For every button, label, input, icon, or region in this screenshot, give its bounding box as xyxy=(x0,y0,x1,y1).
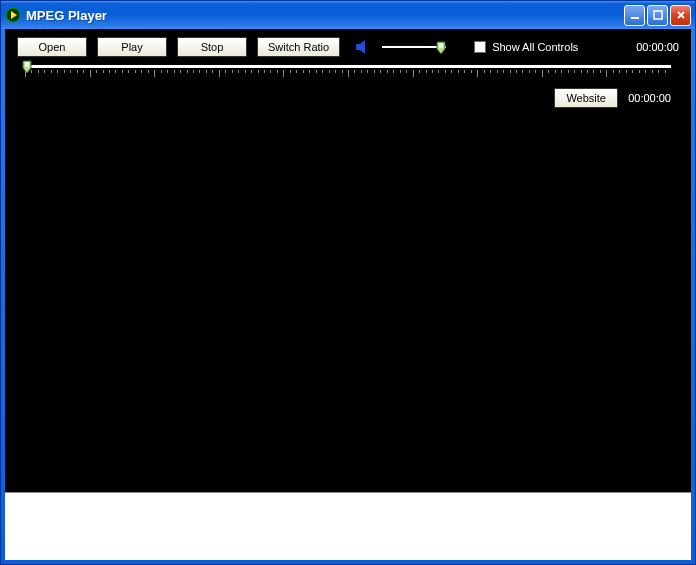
progress-ticks xyxy=(25,70,671,78)
toolbar: Open Play Stop Switch Ratio xyxy=(5,29,691,59)
client-area: Open Play Stop Switch Ratio xyxy=(5,29,691,560)
minimize-button[interactable] xyxy=(624,5,645,26)
maximize-button[interactable] xyxy=(647,5,668,26)
svg-rect-7 xyxy=(439,43,443,48)
svg-rect-8 xyxy=(25,62,29,67)
titlebar[interactable]: MPEG Player xyxy=(1,1,695,29)
progress-slider[interactable] xyxy=(25,65,671,68)
website-button[interactable]: Website xyxy=(554,88,618,108)
secondary-row: Website 00:00:00 xyxy=(5,78,691,108)
svg-rect-2 xyxy=(631,17,639,19)
show-all-checkbox[interactable] xyxy=(474,41,486,53)
svg-marker-6 xyxy=(356,40,365,54)
app-window: MPEG Player Open Play Stop Switch Ratio xyxy=(0,0,696,565)
volume-slider[interactable] xyxy=(382,39,446,55)
svg-rect-3 xyxy=(654,11,662,19)
volume-icon xyxy=(354,38,372,56)
time-current: 00:00:00 xyxy=(628,92,671,104)
open-button[interactable]: Open xyxy=(17,37,87,57)
time-total: 00:00:00 xyxy=(636,41,679,53)
window-title: MPEG Player xyxy=(26,8,624,23)
status-bar xyxy=(5,492,691,560)
stop-button[interactable]: Stop xyxy=(177,37,247,57)
close-button[interactable] xyxy=(670,5,691,26)
play-button[interactable]: Play xyxy=(97,37,167,57)
app-icon xyxy=(5,7,21,23)
switch-ratio-button[interactable]: Switch Ratio xyxy=(257,37,340,57)
show-all-label: Show All Controls xyxy=(492,41,578,53)
window-controls xyxy=(624,5,691,26)
progress-area xyxy=(5,59,691,78)
show-all-controls-wrap[interactable]: Show All Controls xyxy=(474,41,578,53)
volume-thumb[interactable] xyxy=(436,41,446,55)
video-area xyxy=(5,108,691,492)
